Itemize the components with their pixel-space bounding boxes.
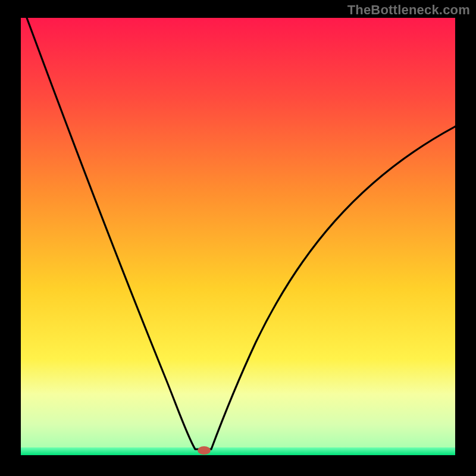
chart-svg xyxy=(0,0,476,476)
svg-rect-1 xyxy=(0,455,476,476)
plot-area xyxy=(21,18,455,455)
svg-rect-3 xyxy=(455,0,476,476)
gradient-background xyxy=(21,18,455,455)
chart-stage: TheBottleneck.com xyxy=(0,0,476,476)
optimal-point-marker xyxy=(198,446,211,455)
watermark-text: TheBottleneck.com xyxy=(347,2,470,18)
svg-rect-2 xyxy=(0,0,21,476)
green-bottom-strip xyxy=(21,447,455,455)
